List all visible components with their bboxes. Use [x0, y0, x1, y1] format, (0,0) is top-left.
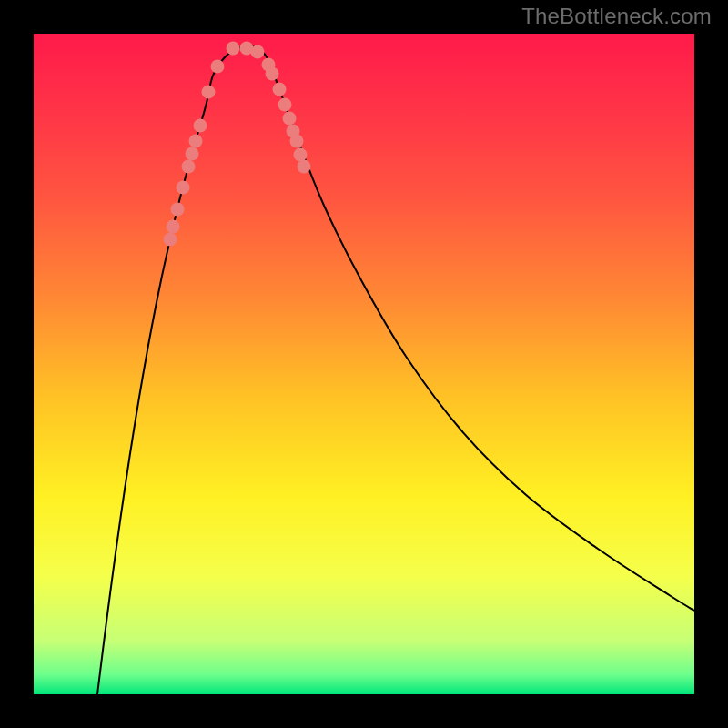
data-dot	[202, 86, 216, 99]
data-dot	[186, 147, 199, 161]
plot-area	[34, 34, 694, 694]
data-dot	[164, 233, 177, 247]
data-dot	[283, 112, 297, 126]
data-dot	[194, 119, 207, 133]
data-dot	[251, 46, 265, 59]
data-dot	[227, 42, 240, 56]
plot-svg	[34, 34, 694, 694]
data-dot	[167, 220, 180, 234]
chart-container: TheBottleneck.com	[0, 0, 728, 728]
data-dot	[294, 148, 308, 162]
data-dot	[290, 135, 304, 148]
data-dot	[278, 98, 292, 112]
data-dot	[266, 67, 279, 81]
gradient-background	[34, 34, 694, 694]
data-dot	[298, 160, 311, 174]
watermark-text: TheBottleneck.com	[521, 4, 712, 29]
data-dot	[273, 83, 287, 96]
data-dot	[177, 181, 190, 195]
data-dot	[211, 60, 225, 74]
data-dot	[189, 135, 203, 148]
data-dot	[182, 160, 196, 174]
data-dot	[171, 203, 185, 217]
